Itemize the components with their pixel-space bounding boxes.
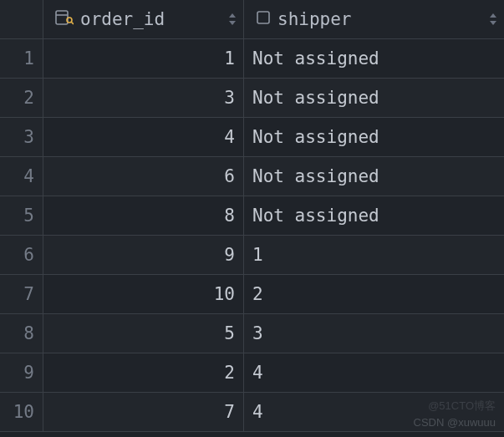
column-icon <box>256 9 271 29</box>
cell-shipper[interactable]: Not assigned <box>244 39 504 79</box>
table-row[interactable]: 4 6 Not assigned <box>0 157 504 196</box>
cell-shipper[interactable]: Not assigned <box>244 118 504 157</box>
cell-order-id[interactable]: 10 <box>43 275 244 314</box>
column-header-order-id[interactable]: order_id <box>43 0 244 39</box>
column-label: order_id <box>80 9 165 29</box>
row-number: 8 <box>0 314 43 353</box>
cell-shipper[interactable]: Not assigned <box>244 157 504 196</box>
cell-order-id[interactable]: 3 <box>43 79 244 118</box>
table-row[interactable]: 9 2 4 <box>0 353 504 393</box>
cell-shipper[interactable]: Not assigned <box>244 79 504 118</box>
watermark: CSDN @xuwuuu <box>414 416 496 429</box>
cell-shipper[interactable]: 3 <box>244 314 504 353</box>
cell-shipper[interactable]: Not assigned <box>244 196 504 236</box>
row-number: 6 <box>0 236 43 275</box>
row-number: 3 <box>0 118 43 157</box>
header-row: order_id shipper <box>0 0 504 39</box>
row-number: 7 <box>0 275 43 314</box>
table-row[interactable]: 3 4 Not assigned <box>0 118 504 157</box>
cell-order-id[interactable]: 6 <box>43 157 244 196</box>
row-number: 1 <box>0 39 43 79</box>
key-column-icon <box>55 9 74 30</box>
svg-rect-0 <box>56 11 68 24</box>
cell-order-id[interactable]: 9 <box>43 236 244 275</box>
gutter-header <box>0 0 43 39</box>
cell-order-id[interactable]: 5 <box>43 314 244 353</box>
table-row[interactable]: 6 9 1 <box>0 236 504 275</box>
sort-handle-icon[interactable] <box>489 0 497 38</box>
table-row[interactable]: 2 3 Not assigned <box>0 79 504 118</box>
row-number: 9 <box>0 353 43 393</box>
svg-line-3 <box>71 22 74 24</box>
cell-order-id[interactable]: 8 <box>43 196 244 236</box>
cell-order-id[interactable]: 7 <box>43 393 244 432</box>
svg-rect-4 <box>257 12 269 23</box>
table-row[interactable]: 7 10 2 <box>0 275 504 314</box>
cell-order-id[interactable]: 4 <box>43 118 244 157</box>
table-row[interactable]: 5 8 Not assigned <box>0 196 504 236</box>
column-header-shipper[interactable]: shipper <box>244 0 504 39</box>
row-number: 10 <box>0 393 43 432</box>
row-number: 4 <box>0 157 43 196</box>
sort-handle-icon[interactable] <box>228 0 237 38</box>
column-label: shipper <box>277 9 352 29</box>
row-number: 5 <box>0 196 43 236</box>
cell-shipper[interactable]: 4 <box>244 353 504 393</box>
cell-order-id[interactable]: 2 <box>43 353 244 393</box>
watermark: @51CTO博客 <box>428 399 496 414</box>
cell-shipper[interactable]: 2 <box>244 275 504 314</box>
cell-shipper[interactable]: 1 <box>244 236 504 275</box>
row-number: 2 <box>0 79 43 118</box>
table-row[interactable]: 1 1 Not assigned <box>0 39 504 79</box>
table-row[interactable]: 8 5 3 <box>0 314 504 353</box>
result-grid: order_id shipper <box>0 0 504 432</box>
cell-order-id[interactable]: 1 <box>43 39 244 79</box>
